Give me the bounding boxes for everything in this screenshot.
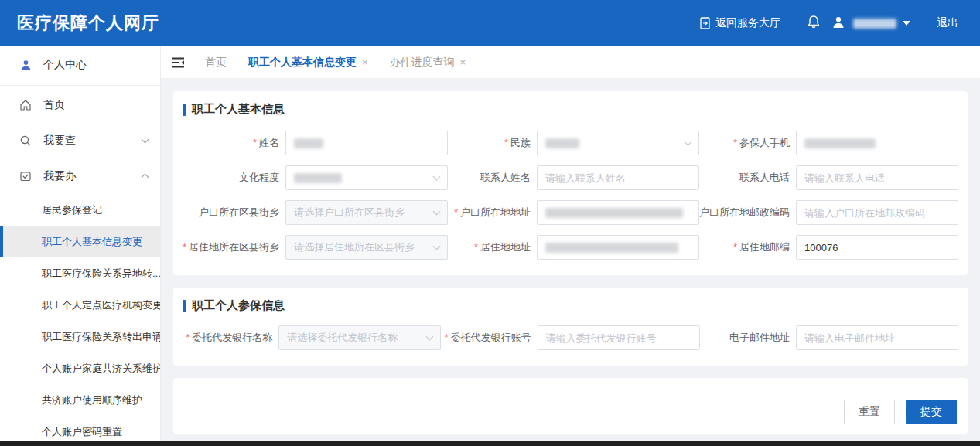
search-icon — [19, 134, 32, 147]
return-hall-button[interactable]: 返回服务大厅 — [699, 16, 780, 30]
sidebar-subitem-insurance-relation-transfer-out[interactable]: 职工医疗保险关系转出申请 — [0, 321, 160, 352]
section-bar — [183, 104, 186, 116]
ethnicity-select[interactable] — [537, 131, 699, 155]
tab-employee-basic-info-change[interactable]: 职工个人基本信息变更 × — [248, 56, 368, 70]
hukou-district-select[interactable]: 请选择户口所在区县街乡 — [285, 200, 448, 225]
sidebar-subitem-label: 居民参保登记 — [42, 203, 102, 217]
chevron-up-icon — [142, 174, 149, 182]
sidebar-item-home[interactable]: 首页 — [0, 87, 160, 123]
required-asterisk: * — [504, 137, 508, 148]
reset-button[interactable]: 重置 — [844, 400, 895, 424]
sidebar-item-personal-center[interactable]: 个人中心 — [0, 46, 160, 83]
sidebar-subitem-family-mutual-aid[interactable]: 个人账户家庭共济关系维护 — [0, 352, 160, 384]
sidebar-subitem-label: 个人账户家庭共济关系维护 — [42, 362, 160, 376]
chevron-down-icon — [426, 333, 434, 341]
field-label: 居住地地址 — [480, 241, 531, 253]
bank-name-select[interactable]: 请选择委托代发银行名称 — [278, 325, 441, 350]
tab-progress-query[interactable]: 办件进度查询 × — [390, 56, 466, 70]
sidebar-subitem-label: 职工个人定点医疗机构变更 — [42, 298, 160, 312]
field-education: 文化程度 — [183, 165, 448, 190]
user-icon — [831, 15, 845, 32]
field-hukou-zipcode: 户口所在地邮政编码 — [699, 200, 958, 225]
home-icon — [19, 99, 32, 111]
return-hall-label: 返回服务大厅 — [715, 16, 780, 30]
content-area: 职工个人基本信息 *姓名 *民族 *参保人手机 — [161, 79, 980, 446]
sidebar-item-label: 个人中心 — [43, 58, 148, 72]
field-contact-name: 联系人姓名 — [448, 165, 699, 190]
document-icon — [699, 17, 711, 29]
sidebar-subitem-label: 共济账户使用顺序维护 — [42, 393, 142, 407]
field-contact-phone: 联系人电话 — [699, 165, 958, 190]
name-input[interactable] — [285, 131, 448, 155]
section-title: 职工个人基本信息 — [183, 102, 958, 117]
logout-button[interactable]: 退出 — [937, 16, 958, 30]
section-title-text: 职工个人基本信息 — [192, 102, 285, 117]
actions-card: 重置 提交 — [173, 378, 968, 434]
sidebar-subitem-label: 职工医疗保险关系异地转... — [42, 267, 160, 281]
select-placeholder: 请选择居住地所在区县街乡 — [294, 240, 415, 254]
chevron-down-icon — [685, 138, 692, 146]
field-label: 户口所在地邮政编码 — [699, 206, 790, 218]
field-label: 居住地邮编 — [739, 241, 790, 253]
field-bank-name: *委托代发银行名称 请选择委托代发银行名称 — [183, 325, 441, 350]
sidebar-item-handle[interactable]: 我要办 — [0, 158, 160, 194]
bank-account-input[interactable] — [538, 325, 700, 350]
sidebar-subitem-label: 职工医疗保险关系转出申请 — [42, 330, 160, 344]
education-select[interactable] — [285, 165, 448, 190]
field-label: 联系人姓名 — [480, 172, 531, 183]
residence-address-input[interactable] — [537, 235, 699, 260]
close-icon[interactable]: × — [460, 56, 466, 68]
logout-label: 退出 — [937, 16, 958, 30]
notifications-button[interactable] — [807, 15, 821, 32]
chevron-down-icon — [433, 243, 441, 250]
account-menu[interactable] — [831, 15, 910, 32]
field-label: 电子邮件地址 — [729, 332, 790, 343]
sidebar-subitem-label: 个人账户密码重置 — [42, 425, 122, 439]
sidebar-subitem-resident-registration[interactable]: 居民参保登记 — [0, 194, 160, 226]
caret-down-icon — [903, 21, 910, 26]
required-asterisk: * — [733, 137, 737, 148]
required-asterisk: * — [474, 241, 478, 253]
sidebar-subitem-mutual-account-order[interactable]: 共济账户使用顺序维护 — [0, 384, 160, 416]
field-hukou-address: *户口所在地地址 — [448, 200, 699, 225]
hukou-zipcode-input[interactable] — [796, 200, 958, 225]
residence-zipcode-input[interactable] — [796, 235, 958, 260]
contact-name-input[interactable] — [537, 165, 699, 190]
field-label: 居住地所在区县街乡 — [189, 241, 279, 253]
section-title-text: 职工个人参保信息 — [192, 298, 285, 313]
sidebar-subitem-employee-basic-info-change[interactable]: 职工个人基本信息变更 — [0, 226, 160, 257]
sidebar-subitem-designated-hospital-change[interactable]: 职工个人定点医疗机构变更 — [0, 289, 160, 321]
required-asterisk: * — [733, 241, 737, 253]
app-window: 医疗保障个人网厅 返回服务大厅 退出 — [0, 0, 980, 446]
email-input[interactable] — [796, 325, 958, 350]
field-hukou-district: 户口所在区县街乡 请选择户口所在区县街乡 — [183, 200, 448, 225]
menu-fold-icon[interactable] — [172, 57, 185, 68]
contact-phone-input[interactable] — [796, 165, 958, 190]
sidebar-item-query[interactable]: 我要查 — [0, 123, 160, 158]
field-insured-phone: *参保人手机 — [699, 131, 958, 155]
field-name: *姓名 — [183, 131, 448, 155]
field-residence-address: *居住地地址 — [448, 235, 699, 260]
sidebar-subitem-insurance-relation-transfer-in[interactable]: 职工医疗保险关系异地转... — [0, 257, 160, 289]
sidebar-subitem-label: 职工个人基本信息变更 — [42, 235, 142, 249]
field-label: 户口所在地地址 — [460, 206, 531, 218]
select-placeholder: 请选择户口所在区县街乡 — [294, 206, 405, 220]
tab-label: 办件进度查询 — [390, 56, 455, 70]
chevron-down-icon — [433, 208, 441, 216]
page-title: 医疗保障个人网厅 — [17, 12, 159, 35]
field-residence-district: *居住地所在区县街乡 请选择居住地所在区县街乡 — [183, 235, 448, 260]
submit-button[interactable]: 提交 — [906, 400, 957, 424]
tab-bar: 首页 职工个人基本信息变更 × 办件进度查询 × — [161, 46, 980, 79]
field-residence-zipcode: *居住地邮编 — [699, 235, 958, 260]
insurance-info-card: 职工个人参保信息 *委托代发银行名称 请选择委托代发银行名称 *委托代发银行账号… — [173, 288, 968, 366]
insured-phone-input[interactable] — [796, 131, 958, 155]
masked-value — [545, 243, 678, 253]
field-label: 参保人手机 — [739, 137, 790, 148]
hukou-address-input[interactable] — [537, 200, 699, 225]
sidebar: 个人中心 首页 我要查 我要办 — [0, 46, 161, 446]
field-label: 委托代发银行名称 — [192, 332, 272, 343]
basic-info-card: 职工个人基本信息 *姓名 *民族 *参保人手机 — [173, 91, 968, 275]
residence-district-select[interactable]: 请选择居住地所在区县街乡 — [285, 235, 448, 260]
tab-home[interactable]: 首页 — [205, 56, 227, 70]
close-icon[interactable]: × — [362, 56, 368, 68]
